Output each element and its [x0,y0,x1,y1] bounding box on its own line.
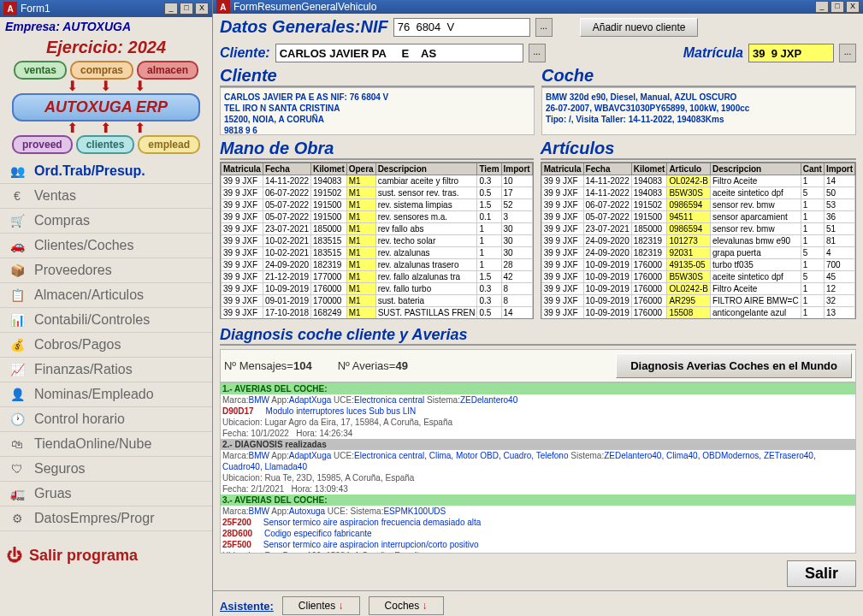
col-header[interactable]: Tiem [477,163,501,175]
col-header[interactable]: Fecha [263,163,310,175]
table-row[interactable]: 39 9 JXF10-09-2019176000B5W30Saceite sin… [541,271,854,283]
menu-item-10[interactable]: 🕐Control horario [0,407,212,432]
col-header[interactable]: Kilomet [631,163,667,175]
cliente-input[interactable] [275,44,523,62]
form1-titlebar: A Form1 _ □ X [0,0,212,17]
mano-obra-grid[interactable]: MatriculaFechaKilometOperaDescripcionTie… [220,162,534,319]
table-row[interactable]: 39 9 JXF09-01-2019170000M1sust. bateria0… [221,295,532,307]
col-header[interactable]: Matricula [221,163,263,175]
pill-clientes[interactable]: clientes [76,135,135,154]
menu-icon: 🕐 [7,411,27,428]
articulos-grid[interactable]: MatriculaFechaKilometArticuloDescripcion… [541,162,856,319]
col-header[interactable]: Fecha [583,163,631,175]
menu-item-14[interactable]: ⚙DatosEmpres/Progr [0,506,212,531]
table-row[interactable]: 39 9 JXF24-09-202018231992031grapa puert… [541,247,854,259]
table-row[interactable]: 39 9 JXF05-07-2022191500M1rev. sensores … [221,211,532,223]
menu-item-13[interactable]: 🚛Gruas [0,482,212,506]
matricula-lookup-btn[interactable]: ... [839,44,856,62]
col-header[interactable]: Cant [801,163,824,175]
table-row[interactable]: 39 9 JXF10-02-2021183515M1rev. alzalunas… [221,247,532,259]
table-row[interactable]: 39 9 JXF10-09-201917600049135-05turbo tf… [541,259,854,271]
menu-item-6[interactable]: 📊Contabili/Controles [0,308,212,333]
menu-item-11[interactable]: 🛍TiendaOnline/Nube [0,432,212,457]
diagnosis-world-button[interactable]: Diagnosis Averias Coches en el Mundo [616,353,852,378]
table-row[interactable]: 39 9 JXF06-07-20221915020986594sensor re… [541,199,854,211]
pill-ventas[interactable]: ventas [14,61,67,80]
menu-item-8[interactable]: 📈Finanzas/Ratios [0,358,212,382]
empresa-value: AUTOXUGA [62,20,131,33]
maximize-btn[interactable]: □ [180,3,193,15]
menu-item-12[interactable]: 🛡Seguros [0,457,212,482]
maximize-btn[interactable]: □ [830,1,844,13]
table-row[interactable]: 39 9 JXF24-09-2020182319101273elevalunas… [541,235,854,247]
minimize-btn[interactable]: _ [164,3,178,15]
table-row[interactable]: 39 9 JXF24-09-2020182319M1rev. alzalunas… [221,259,532,271]
aver-label: Nº Averias= [338,359,396,372]
tab-coches[interactable]: Coches ↓ [369,596,444,615]
table-row[interactable]: 39 9 JXF10-09-2019176000M1rev. fallo tur… [221,283,532,295]
table-row[interactable]: 39 9 JXF14-11-2022194083B5W30Saceite sin… [541,187,854,199]
table-row[interactable]: 39 9 JXF03-07-2018167000M1rev. fallo abs… [221,319,532,320]
table-row[interactable]: 39 9 JXF09-01-201917000058042Batería1120 [541,319,854,320]
main-menu: 👥Ord.Trab/Presup.€Ventas🛒Compras🚗Cliente… [0,159,212,531]
menu-item-3[interactable]: 🚗Clientes/Coches [0,234,212,258]
msg-label: Nº Mensajes= [224,359,293,372]
matricula-input[interactable] [748,44,834,62]
col-header[interactable]: Descripcion [375,163,477,175]
table-row[interactable]: 39 9 JXF14-11-2022194083M1cambiar aceite… [221,175,532,187]
menu-label: Control horario [34,412,125,427]
table-row[interactable]: 39 9 JXF21-12-2019177000M1rev. fallo alz… [221,271,532,283]
nif-lookup-btn[interactable]: ... [535,18,553,37]
nif-input[interactable] [393,18,530,37]
pill-proveed[interactable]: proveed [12,135,73,154]
power-icon: ⏻ [7,547,22,565]
pill-emplead[interactable]: emplead [138,135,200,154]
aver-count: 49 [395,359,407,372]
col-header[interactable]: Descripcion [710,163,801,175]
table-row[interactable]: 39 9 JXF10-09-2019176000AR295FILTRO AIRE… [541,295,854,307]
close-btn[interactable]: X [846,1,860,13]
articulos-title: Artículos [541,139,856,160]
salir-button[interactable]: Salir [787,560,856,587]
col-header[interactable]: Import [501,163,532,175]
menu-item-5[interactable]: 📋Almacen/Articulos [0,283,212,308]
table-row[interactable]: 39 9 JXF10-09-2019176000OL0242-BFiltro A… [541,283,854,295]
menu-label: Proveedores [34,263,112,278]
menu-item-4[interactable]: 📦Proveedores [0,258,212,283]
add-client-button[interactable]: Añadir nuevo cliente [580,18,699,37]
col-header[interactable]: Matricula [541,163,583,175]
table-row[interactable]: 39 9 JXF10-09-201917600015508anticongela… [541,307,854,319]
menu-label: Compras [34,213,90,228]
menu-icon: 📈 [7,361,27,378]
close-btn[interactable]: X [195,3,209,15]
datos-generales-label: Datos Generales:NIF [220,17,388,37]
erp-button[interactable]: AUTOXUGA ERP [12,93,200,121]
table-row[interactable]: 39 9 JXF05-07-2022191500M1rev. sistema l… [221,199,532,211]
tab-clientes[interactable]: Clientes ↓ [282,596,360,615]
col-header[interactable]: Import [824,163,854,175]
cliente-lookup-btn[interactable]: ... [529,44,546,62]
col-header[interactable]: Articulo [667,163,711,175]
table-row[interactable]: 39 9 JXF23-07-20211850000986594sensor re… [541,223,854,235]
table-row[interactable]: 39 9 JXF06-07-2022191502M1sust. sensor r… [221,187,532,199]
menu-item-1[interactable]: €Ventas [0,184,212,209]
diagnosis-log[interactable]: 1.- AVERIAS DEL COCHE: Marca:BMW App:Ada… [220,382,856,554]
menu-item-0[interactable]: 👥Ord.Trab/Presup. [0,159,212,184]
minimize-btn[interactable]: _ [815,1,829,13]
pill-almacen[interactable]: almacen [137,61,198,80]
table-row[interactable]: 39 9 JXF14-11-2022194083OL0242-BFiltro A… [541,175,854,187]
col-header[interactable]: Opera [346,163,375,175]
table-row[interactable]: 39 9 JXF17-10-2018168249M1SUST. PASTILLA… [221,307,532,319]
exit-program[interactable]: ⏻ Salir programa [0,540,212,572]
table-row[interactable]: 39 9 JXF05-07-202219150094511sensor apar… [541,211,854,223]
menu-item-9[interactable]: 👤Nominas/Empleado [0,382,212,407]
table-row[interactable]: 39 9 JXF23-07-2021185000M1rev fallo abs1… [221,223,532,235]
pill-compras[interactable]: compras [70,61,133,80]
col-header[interactable]: Kilomet [311,163,347,175]
menu-item-2[interactable]: 🛒Compras [0,209,212,234]
menu-icon: 📦 [7,262,27,279]
menu-icon: 📋 [7,287,27,304]
menu-icon: 🚗 [7,237,27,254]
menu-item-7[interactable]: 💰Cobros/Pagos [0,333,212,358]
table-row[interactable]: 39 9 JXF10-02-2021183515M1rev. techo sol… [221,235,532,247]
